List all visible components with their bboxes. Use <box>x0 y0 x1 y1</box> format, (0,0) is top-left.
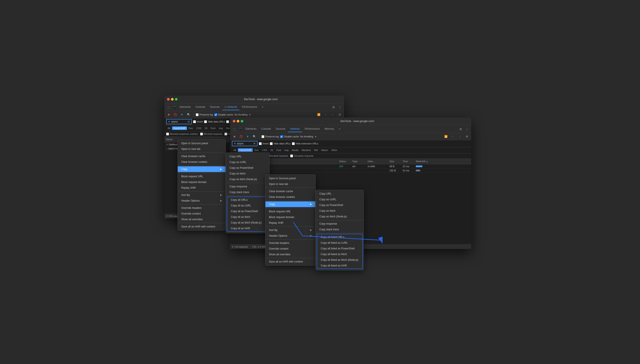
menu-override-content-2[interactable]: Override content <box>266 246 316 252</box>
search-icon-1[interactable]: 🔍 <box>186 112 191 117</box>
clear-icon-2[interactable]: 🚫 <box>238 134 244 139</box>
upload-icon-1[interactable]: ↑ <box>323 112 328 117</box>
preserve-log-checkbox-2[interactable] <box>262 135 264 138</box>
filter-js-1[interactable]: JS <box>203 126 209 130</box>
filter-font-2[interactable]: Font <box>275 148 283 152</box>
th-waterfall-2[interactable]: Waterfall ▲ <box>416 160 470 162</box>
th-time-2[interactable]: Time <box>403 160 416 162</box>
tab-more-1[interactable]: » <box>260 104 266 110</box>
copy-response-1[interactable]: Copy response <box>226 184 269 189</box>
minimize-button-1[interactable] <box>171 98 174 100</box>
hide-ext-checkbox-1[interactable] <box>226 120 229 123</box>
menu-block-url-2[interactable]: Block request URL <box>266 209 316 214</box>
menu-show-overrides-1[interactable]: Show all overrides <box>178 216 226 222</box>
filter-doc-2[interactable]: Doc <box>253 148 260 152</box>
th-type-2[interactable]: Type <box>352 160 368 162</box>
blocked-cookies-label-1[interactable]: Blocked response cookies <box>166 132 198 136</box>
disable-cache-checkbox-1[interactable] <box>214 113 217 116</box>
menu-open-sources-1[interactable]: Open in Sources panel <box>178 140 226 146</box>
tab-console-2[interactable]: Console <box>259 126 273 132</box>
menu-save-har-1[interactable]: Save all as HAR with content <box>178 224 226 230</box>
menu-replay-xhr-1[interactable]: Replay XHR <box>178 185 226 191</box>
menu-block-domain-1[interactable]: Block request domain <box>178 179 226 185</box>
copy-all-urls-1[interactable]: Copy all URLs <box>227 197 268 203</box>
tab-console-1[interactable]: Console <box>193 104 207 110</box>
menu-block-domain-2[interactable]: Block request domain <box>266 214 316 220</box>
menu-override-content-1[interactable]: Override content <box>178 211 226 216</box>
tab-network-1[interactable]: ⚠Network <box>222 104 239 110</box>
th-size-2[interactable]: Size <box>390 160 403 162</box>
menu-clear-cache-2[interactable]: Clear browser cache <box>266 188 316 194</box>
filter-wasm-2[interactable]: Wasm <box>320 148 330 152</box>
menu-block-url-1[interactable]: Block request URL <box>178 174 226 179</box>
menu-copy-2[interactable]: Copy ▶ <box>266 202 316 207</box>
tab-sources-1[interactable]: Sources <box>208 104 222 110</box>
copy-curl-2[interactable]: Copy as cURL <box>316 196 364 202</box>
settings-icon-1[interactable]: ⚙ <box>331 104 336 110</box>
maximize-button-2[interactable] <box>241 120 243 122</box>
third-party-check-2[interactable] <box>290 154 293 157</box>
wifi-icon-2[interactable]: 📶 <box>443 134 448 139</box>
menu-open-tab-1[interactable]: Open in new tab <box>178 146 226 152</box>
hide-data-urls-checkbox-1[interactable] <box>204 120 207 123</box>
settings-icon-2[interactable]: ⚙ <box>458 126 463 132</box>
menu-copy-1[interactable]: Copy ▶ <box>178 166 226 172</box>
menu-open-sources-2[interactable]: Open in Sources panel <box>266 176 316 181</box>
tab-more-2[interactable]: » <box>337 126 342 132</box>
hide-ext-checkbox-2[interactable] <box>292 142 295 145</box>
menu-replay-xhr-2[interactable]: Replay XHR <box>266 220 316 226</box>
settings2-icon-2[interactable]: ⚙ <box>464 134 470 139</box>
copy-powershell-1[interactable]: Copy as PowerShell <box>226 165 269 171</box>
maximize-button-1[interactable] <box>175 98 178 100</box>
blocked-requests-label-1[interactable]: Blocked requests <box>200 132 222 136</box>
filter-clear-1[interactable]: ✕ <box>188 120 190 124</box>
menu-sort-by-1[interactable]: Sort By ▶ <box>178 192 226 198</box>
menu-open-tab-2[interactable]: Open in new tab <box>266 181 316 187</box>
record-icon-1[interactable]: ⏺ <box>166 112 172 117</box>
disable-cache-checkbox-2[interactable] <box>280 135 283 138</box>
menu-sort-by-2[interactable]: Sort By ▶ <box>266 227 316 233</box>
filter-media-2[interactable]: Media <box>290 148 300 152</box>
copy-curl-1[interactable]: Copy as cURL <box>226 159 269 165</box>
copy-all-listed-har-2[interactable]: Copy all listed as HAR <box>317 263 362 268</box>
filter-ws-2[interactable]: WS <box>312 148 320 152</box>
throttling-select-1[interactable]: No throttling <box>234 113 248 116</box>
device-mode-icon-2[interactable]: 📱 <box>238 126 243 132</box>
copy-url-1[interactable]: Copy URL <box>226 154 269 159</box>
menu-show-overrides-2[interactable]: Show all overrides <box>266 252 316 257</box>
copy-all-fetch-1[interactable]: Copy all as fetch <box>227 214 268 220</box>
copy-all-listed-fetch-2[interactable]: Copy all listed as fetch <box>317 251 362 257</box>
copy-powershell-2[interactable]: Copy as PowerShell <box>316 202 364 208</box>
search-icon-2[interactable]: 🔍 <box>252 134 257 139</box>
copy-all-listed-powershell-2[interactable]: Copy all listed as PowerShell <box>317 246 362 251</box>
download-icon-2[interactable]: ↓ <box>457 134 462 139</box>
filter-img-2[interactable]: Img <box>283 148 290 152</box>
menu-clear-cookies-2[interactable]: Clear browser cookies <box>266 194 316 200</box>
settings2-icon-1[interactable]: ⚙ <box>337 112 342 117</box>
wifi-icon-1[interactable]: 📶 <box>316 112 321 117</box>
third-party-check-1[interactable] <box>224 132 227 136</box>
filter-manifest-2[interactable]: Manifest <box>300 148 312 152</box>
copy-stack-trace-2[interactable]: Copy stack trace <box>316 226 364 232</box>
copy-fetch-node-2[interactable]: Copy as fetch (Node.js) <box>316 214 364 219</box>
filter-icon-1[interactable]: ▼ <box>179 112 184 117</box>
th-status-2[interactable]: Status <box>339 160 352 162</box>
clear-icon-1[interactable]: 🚫 <box>173 112 178 117</box>
menu-header-options-2[interactable]: Header Options ▶ <box>266 233 316 239</box>
filter-font-1[interactable]: Font <box>209 126 217 130</box>
minimize-button-2[interactable] <box>237 120 239 122</box>
more-icon-2[interactable]: ⋮ <box>464 126 470 132</box>
select-tool-icon-2[interactable]: ⬚ <box>232 126 237 132</box>
copy-all-listed-curl-2[interactable]: Copy all listed as cURL <box>317 240 362 246</box>
copy-all-curl-1[interactable]: Copy all as cURL <box>227 203 268 208</box>
copy-all-powershell-1[interactable]: Copy all as PowerShell <box>227 208 268 214</box>
close-button-1[interactable] <box>167 98 170 100</box>
filter-clear-2[interactable]: ✕ <box>253 142 256 145</box>
filter-other-2[interactable]: Other <box>330 148 339 152</box>
copy-fetch-1[interactable]: Copy as fetch <box>226 171 269 176</box>
copy-url-2[interactable]: Copy URL <box>316 191 364 196</box>
menu-clear-cache-1[interactable]: Clear browser cache <box>178 154 226 159</box>
copy-fetch-node-1[interactable]: Copy as fetch (Node.js) <box>226 176 269 182</box>
menu-clear-cookies-1[interactable]: Clear browser cookies <box>178 159 226 165</box>
copy-stack-trace-1[interactable]: Copy stack trace <box>226 189 269 195</box>
